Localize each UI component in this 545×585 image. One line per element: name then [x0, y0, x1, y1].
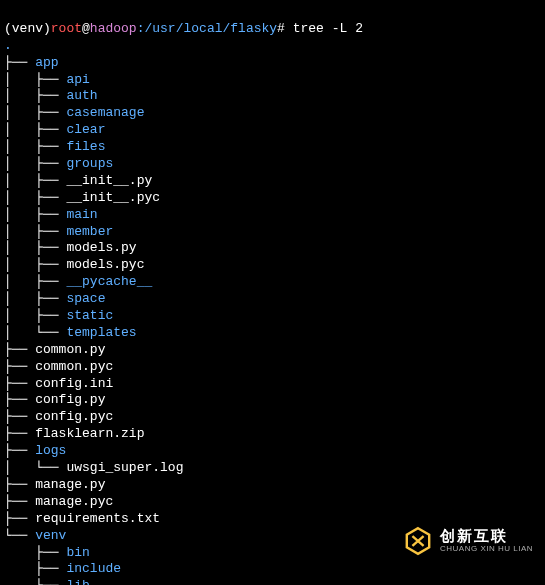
- tree-branch: ├──: [4, 392, 35, 407]
- tree-branch: │ ├──: [4, 308, 66, 323]
- tree-entry: │ ├── main: [4, 207, 541, 224]
- tree-root-dot: .: [4, 38, 541, 55]
- file-name: models.py: [66, 240, 136, 255]
- watermark-logo-icon: [402, 525, 434, 557]
- tree-entry: ├── flasklearn.zip: [4, 426, 541, 443]
- file-name: __init__.py: [66, 173, 152, 188]
- tree-branch: ├──: [4, 511, 35, 526]
- terminal-prompt: (venv)root@hadoop:/usr/local/flasky# tre…: [4, 4, 541, 38]
- tree-entry: ├── config.pyc: [4, 409, 541, 426]
- directory-name: groups: [66, 156, 113, 171]
- file-name: config.py: [35, 392, 105, 407]
- file-name: config.ini: [35, 376, 113, 391]
- tree-branch: ├──: [4, 494, 35, 509]
- file-name: manage.pyc: [35, 494, 113, 509]
- tree-entry: │ ├── __init__.py: [4, 173, 541, 190]
- tree-entry: │ ├── auth: [4, 88, 541, 105]
- command-text[interactable]: tree -L 2: [293, 21, 363, 36]
- tree-branch: ├──: [4, 426, 35, 441]
- tree-branch: │ ├──: [4, 224, 66, 239]
- tree-branch: │ ├──: [4, 173, 66, 188]
- file-name: config.pyc: [35, 409, 113, 424]
- tree-entry: │ ├── __init__.pyc: [4, 190, 541, 207]
- tree-entry: ├── config.py: [4, 392, 541, 409]
- tree-entry: ├── common.pyc: [4, 359, 541, 376]
- file-name: models.pyc: [66, 257, 144, 272]
- tree-branch: ├──: [4, 359, 35, 374]
- prompt-path: /usr/local/flasky: [144, 21, 277, 36]
- directory-name: lib: [66, 578, 89, 585]
- tree-entry: ├── manage.pyc: [4, 494, 541, 511]
- directory-name: logs: [35, 443, 66, 458]
- tree-branch: │ ├──: [4, 207, 66, 222]
- tree-entry: ├── lib: [4, 578, 541, 585]
- prompt-user: root: [51, 21, 82, 36]
- tree-entry: │ ├── member: [4, 224, 541, 241]
- tree-entry: │ ├── static: [4, 308, 541, 325]
- file-name: uwsgi_super.log: [66, 460, 183, 475]
- tree-entry: │ ├── api: [4, 72, 541, 89]
- tree-entry: ├── include: [4, 561, 541, 578]
- directory-name: auth: [66, 88, 97, 103]
- file-name: manage.py: [35, 477, 105, 492]
- directory-name: main: [66, 207, 97, 222]
- tree-entry: │ └── uwsgi_super.log: [4, 460, 541, 477]
- tree-output: ├── app│ ├── api│ ├── auth│ ├── casemana…: [4, 55, 541, 585]
- tree-branch: │ ├──: [4, 240, 66, 255]
- directory-name: space: [66, 291, 105, 306]
- tree-entry: │ ├── space: [4, 291, 541, 308]
- tree-branch: ├──: [4, 55, 35, 70]
- tree-branch: │ ├──: [4, 156, 66, 171]
- tree-entry: │ ├── models.py: [4, 240, 541, 257]
- directory-name: app: [35, 55, 58, 70]
- directory-name: casemanage: [66, 105, 144, 120]
- prompt-at: @: [82, 21, 90, 36]
- watermark-en: CHUANG XIN HU LIAN: [440, 545, 533, 554]
- tree-branch: ├──: [4, 477, 35, 492]
- tree-branch: ├──: [4, 545, 66, 560]
- tree-entry: │ ├── __pycache__: [4, 274, 541, 291]
- file-name: common.pyc: [35, 359, 113, 374]
- tree-entry: ├── logs: [4, 443, 541, 460]
- tree-branch: │ ├──: [4, 274, 66, 289]
- tree-branch: │ ├──: [4, 72, 66, 87]
- file-name: __init__.pyc: [66, 190, 160, 205]
- tree-branch: ├──: [4, 443, 35, 458]
- directory-name: member: [66, 224, 113, 239]
- tree-branch: └──: [4, 528, 35, 543]
- directory-name: venv: [35, 528, 66, 543]
- prompt-host: hadoop: [90, 21, 137, 36]
- tree-entry: │ ├── clear: [4, 122, 541, 139]
- file-name: requirements.txt: [35, 511, 160, 526]
- directory-name: static: [66, 308, 113, 323]
- file-name: flasklearn.zip: [35, 426, 144, 441]
- tree-branch: │ ├──: [4, 88, 66, 103]
- directory-name: api: [66, 72, 89, 87]
- tree-branch: │ ├──: [4, 257, 66, 272]
- watermark-cn: 创新互联: [440, 528, 533, 545]
- tree-branch: │ └──: [4, 325, 66, 340]
- prompt-hash: #: [277, 21, 285, 36]
- tree-branch: │ ├──: [4, 190, 66, 205]
- tree-branch: │ ├──: [4, 122, 66, 137]
- tree-branch: ├──: [4, 578, 66, 585]
- tree-branch: ├──: [4, 561, 66, 576]
- directory-name: templates: [66, 325, 136, 340]
- tree-branch: │ ├──: [4, 105, 66, 120]
- directory-name: files: [66, 139, 105, 154]
- tree-entry: ├── manage.py: [4, 477, 541, 494]
- directory-name: __pycache__: [66, 274, 152, 289]
- directory-name: include: [66, 561, 121, 576]
- file-name: common.py: [35, 342, 105, 357]
- tree-branch: ├──: [4, 409, 35, 424]
- tree-entry: │ ├── files: [4, 139, 541, 156]
- tree-branch: │ ├──: [4, 139, 66, 154]
- tree-branch: ├──: [4, 342, 35, 357]
- watermark: 创新互联 CHUANG XIN HU LIAN: [402, 525, 533, 557]
- tree-entry: ├── config.ini: [4, 376, 541, 393]
- directory-name: bin: [66, 545, 89, 560]
- venv-indicator: (venv): [4, 21, 51, 36]
- tree-entry: ├── app: [4, 55, 541, 72]
- tree-entry: │ ├── casemanage: [4, 105, 541, 122]
- tree-branch: ├──: [4, 376, 35, 391]
